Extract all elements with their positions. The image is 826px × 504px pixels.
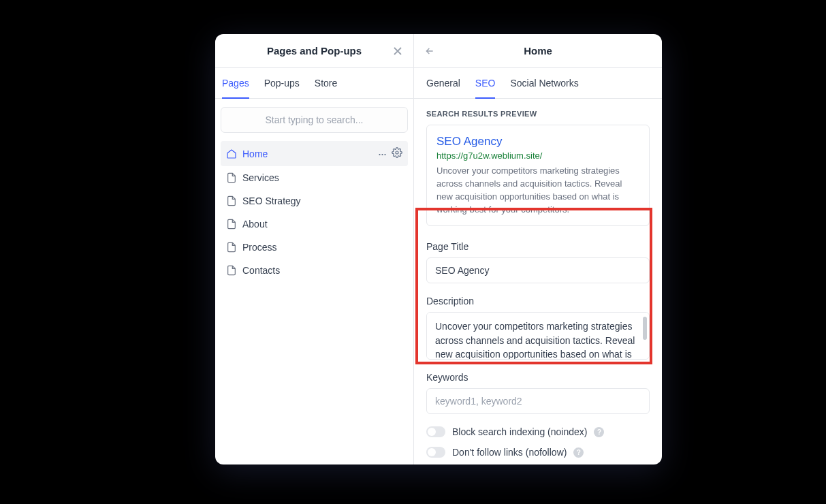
settings-panel: Home General SEO Social Networks SEARCH … bbox=[414, 34, 662, 464]
page-title-input[interactable] bbox=[426, 257, 650, 283]
tab-seo[interactable]: SEO bbox=[475, 68, 496, 98]
page-item-label: Home bbox=[242, 148, 268, 159]
noindex-toggle[interactable] bbox=[426, 426, 445, 437]
close-icon[interactable] bbox=[392, 45, 404, 57]
more-icon[interactable]: ··· bbox=[378, 148, 386, 160]
search-input[interactable] bbox=[221, 107, 408, 133]
tab-popups[interactable]: Pop-ups bbox=[264, 68, 300, 98]
page-item-about[interactable]: About bbox=[221, 212, 408, 236]
pages-panel-title: Pages and Pop-ups bbox=[267, 45, 362, 57]
noindex-toggle-row: Block search indexing (noindex) ? bbox=[426, 426, 650, 437]
settings-header: Home bbox=[414, 34, 662, 68]
back-icon[interactable] bbox=[424, 45, 436, 57]
home-icon bbox=[226, 148, 237, 159]
help-icon[interactable]: ? bbox=[594, 427, 604, 437]
settings-content: SEARCH RESULTS PREVIEW SEO Agency https:… bbox=[414, 99, 662, 464]
noindex-label: Block search indexing (noindex) bbox=[452, 426, 587, 437]
tab-store[interactable]: Store bbox=[315, 68, 337, 98]
page-item-process[interactable]: Process bbox=[221, 236, 408, 259]
page-item-contacts[interactable]: Contacts bbox=[221, 259, 408, 282]
description-input[interactable] bbox=[427, 313, 649, 359]
gear-icon[interactable] bbox=[392, 147, 402, 160]
page-item-seo-strategy[interactable]: SEO Strategy bbox=[221, 189, 408, 212]
page-item-label: About bbox=[242, 219, 268, 230]
page-icon bbox=[226, 219, 237, 230]
page-icon bbox=[226, 172, 237, 183]
nofollow-label: Don't follow links (nofollow) bbox=[452, 447, 567, 458]
pages-panel-header: Pages and Pop-ups bbox=[215, 34, 413, 68]
search-preview-card: SEO Agency https://g7u2w.weblium.site/ U… bbox=[426, 125, 650, 226]
keywords-input[interactable] bbox=[426, 388, 650, 414]
page-title-label: Page Title bbox=[426, 241, 650, 252]
description-field: Description bbox=[426, 296, 650, 360]
settings-tabs: General SEO Social Networks bbox=[414, 68, 662, 99]
page-item-home[interactable]: Home ··· bbox=[221, 141, 408, 166]
search-wrap bbox=[215, 99, 413, 141]
page-title-field: Page Title bbox=[426, 241, 650, 283]
preview-title: SEO Agency bbox=[436, 135, 639, 148]
pages-panel: Pages and Pop-ups Pages Pop-ups Store Ho… bbox=[215, 34, 414, 464]
page-icon bbox=[226, 242, 237, 253]
page-item-label: Contacts bbox=[242, 265, 280, 276]
app-window: Pages and Pop-ups Pages Pop-ups Store Ho… bbox=[215, 34, 662, 464]
scrollbar[interactable] bbox=[643, 317, 647, 340]
tab-general[interactable]: General bbox=[426, 68, 460, 98]
preview-section-label: SEARCH RESULTS PREVIEW bbox=[426, 110, 650, 118]
nofollow-toggle-row: Don't follow links (nofollow) ? bbox=[426, 447, 650, 458]
description-wrap bbox=[426, 312, 650, 360]
page-list: Home ··· Services SEO Strategy bbox=[215, 141, 413, 282]
page-item-actions: ··· bbox=[378, 147, 402, 160]
tab-pages[interactable]: Pages bbox=[222, 68, 249, 98]
keywords-field: Keywords bbox=[426, 372, 650, 414]
page-icon bbox=[226, 195, 237, 206]
keywords-label: Keywords bbox=[426, 372, 650, 383]
nofollow-toggle[interactable] bbox=[426, 447, 445, 458]
pages-tabs: Pages Pop-ups Store bbox=[215, 68, 413, 99]
help-icon[interactable]: ? bbox=[573, 447, 584, 458]
page-item-label: Process bbox=[242, 242, 277, 253]
description-label: Description bbox=[426, 296, 650, 306]
preview-description: Uncover your competitors marketing strat… bbox=[436, 165, 639, 216]
page-item-label: SEO Strategy bbox=[242, 195, 301, 206]
page-item-services[interactable]: Services bbox=[221, 166, 408, 189]
page-icon bbox=[226, 265, 237, 276]
preview-url: https://g7u2w.weblium.site/ bbox=[436, 151, 639, 161]
page-item-label: Services bbox=[242, 172, 279, 183]
settings-title: Home bbox=[524, 45, 552, 57]
tab-social-networks[interactable]: Social Networks bbox=[510, 68, 578, 98]
svg-point-0 bbox=[396, 151, 398, 154]
